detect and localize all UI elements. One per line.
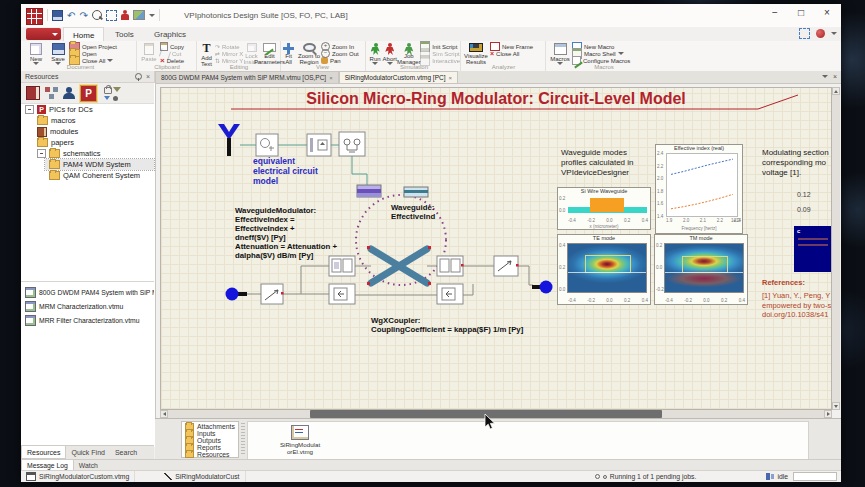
close-panel-icon[interactable]: × — [146, 73, 150, 80]
waveguide-modulator-block[interactable] — [357, 185, 381, 197]
legend-box[interactable]: c — [794, 226, 832, 272]
mirror-x-button[interactable]: ⇄Mirror X — [215, 50, 244, 57]
tm-mode-plot[interactable]: TM mode 0.20.0-0.2 -0.4-0.20.00.20.4 — [654, 234, 748, 305]
redo-icon[interactable]: ↷ — [79, 10, 87, 21]
si-wire-waveguide-plot[interactable]: Si Wire Waveguide 0.20.0 -0.4-0.20.00.20… — [557, 187, 651, 230]
filter-icon[interactable] — [113, 87, 121, 92]
tree-item-modules[interactable]: modules — [33, 126, 154, 137]
save-icon[interactable] — [52, 10, 63, 21]
tree-item-papers[interactable]: papers — [33, 137, 154, 148]
references-heading[interactable]: References: — [762, 278, 805, 288]
user-resources-icon[interactable] — [63, 87, 75, 99]
coupler-note[interactable]: WgXCoupler: CouplingCoefficient = kappa(… — [371, 316, 523, 334]
x-coupler[interactable] — [367, 246, 431, 285]
tab-quick-find[interactable]: Quick Find — [66, 446, 109, 459]
edit-parameters-button[interactable]: Edit Parameters — [259, 42, 280, 65]
value-1[interactable]: 0.12 — [797, 191, 811, 198]
folder-item-resources[interactable]: Resources — [182, 451, 238, 458]
waveguide-note[interactable]: Waveguide: EffectiveInd — [391, 203, 435, 221]
waveguide-block[interactable] — [404, 187, 428, 197]
zoom-out-button[interactable]: −Zoom Out — [321, 50, 359, 57]
abort-icon[interactable] — [121, 10, 129, 20]
qat-dropdown-icon[interactable] — [149, 14, 155, 17]
doc-tab-siring[interactable]: SiRingModulatorCustom.vtmg [PC]× — [339, 71, 458, 83]
schematic-canvas[interactable]: Silicon Micro-Ring Modulator: Circuit-Le… — [160, 87, 832, 410]
close-all-frames-button[interactable]: ×Close All — [490, 50, 533, 57]
restore-button[interactable]: □ — [793, 7, 809, 18]
visualize-results-button[interactable]: Visualize Results — [462, 42, 490, 65]
tab-list-dropdown-icon[interactable] — [822, 75, 828, 78]
mirror-y-button[interactable]: ⇅Mirror Y — [215, 57, 244, 64]
user-small-icon[interactable] — [113, 96, 118, 101]
modules-browser-icon[interactable] — [45, 87, 58, 99]
tab-home[interactable]: Home — [63, 27, 104, 42]
close-document-icon[interactable]: × — [833, 73, 837, 80]
undo-icon[interactable]: ↶ — [67, 10, 75, 21]
help-icon[interactable] — [816, 29, 825, 38]
fit-all-button[interactable]: Fit All — [280, 42, 297, 65]
optical-input-port[interactable] — [226, 288, 248, 301]
zoom-icon[interactable] — [92, 10, 102, 20]
value-2[interactable]: 0.09 — [797, 206, 811, 213]
te-mode-plot[interactable]: TE mode 0.40.20.0 -0.4-0.20.00.20.4 — [557, 234, 651, 305]
library-icon[interactable] — [26, 86, 40, 100]
sort-icon[interactable] — [104, 96, 110, 100]
tree-item-schematics[interactable]: schematics — [33, 148, 154, 159]
attachment-file[interactable]: SiRingModulat orEl.vtmg — [278, 425, 322, 455]
lock-icon[interactable] — [104, 87, 112, 94]
pin-icon[interactable] — [135, 73, 142, 80]
file-menu-button[interactable] — [26, 28, 61, 40]
rotate-button[interactable]: ↷Rotate — [215, 43, 244, 50]
add-text-button[interactable]: TAdd Text — [198, 42, 215, 65]
pics-resource-button[interactable]: P — [80, 85, 97, 102]
cut-button[interactable]: Cut — [160, 50, 184, 57]
lock-inside-button[interactable]: Lock Inside — [244, 42, 259, 65]
tree-item-qam-coherent-system[interactable]: QAM Coherent System — [45, 170, 154, 181]
collapse-ribbon-icon[interactable] — [799, 28, 810, 39]
tab-resources[interactable]: Resources — [21, 446, 66, 459]
tree-item-root[interactable]: PPICs for DCs — [21, 104, 154, 115]
minimize-button[interactable]: − — [767, 7, 783, 18]
tree-item-pam4-wdm-system[interactable]: PAM4 WDM System — [45, 159, 154, 170]
fit-view-icon[interactable] — [106, 10, 117, 21]
expander-icon[interactable] — [25, 105, 34, 114]
new-button[interactable]: New — [25, 42, 47, 65]
effective-index-plot[interactable]: Effective index (real) 2.42.22.01.81.61.… — [655, 144, 743, 234]
close-button[interactable]: × — [819, 7, 835, 18]
optical-output-port[interactable] — [532, 281, 553, 294]
interactive-button[interactable]: Interactive — [420, 57, 460, 64]
job-manager-button[interactable]: Job Manager — [397, 42, 420, 65]
tab-graphics[interactable]: Graphics — [145, 27, 195, 41]
modes-note[interactable]: Waveguide modes profiles calculated in V… — [561, 148, 633, 178]
run-button[interactable]: Run — [368, 42, 382, 65]
tab-tools[interactable]: Tools — [106, 27, 143, 41]
app-icon[interactable] — [26, 8, 43, 25]
macros-button[interactable]: Macros — [548, 42, 572, 65]
equivalent-circuit-note[interactable]: equivalent electrical circuit model — [253, 156, 318, 186]
image-icon[interactable] — [133, 10, 145, 20]
doc-tab-800g[interactable]: 800G DWDM PAM4 System with SiP MRM.vtmu … — [155, 71, 339, 83]
save-button[interactable]: Save — [47, 42, 69, 65]
splitter-grip[interactable] — [241, 423, 245, 456]
file-item[interactable]: 800G DWDM PAM4 System with SiP MRM.vtmu — [21, 285, 154, 299]
modulating-note[interactable]: Modulating section corresponding mo volt… — [762, 148, 832, 178]
new-frame-button[interactable]: New Frame — [490, 43, 533, 50]
close-tab-icon[interactable]: × — [449, 75, 453, 81]
waveguide-modulator-note[interactable]: WaveguideModulator: EffectiveIndex = Eff… — [235, 206, 345, 260]
electrical-circuit-blocks[interactable] — [256, 132, 365, 156]
tree-item-macros[interactable]: macros — [33, 115, 154, 126]
vertical-scrollbar[interactable] — [832, 87, 840, 410]
horizontal-scrollbar[interactable] — [160, 410, 832, 418]
file-item[interactable]: MRM Characterization.vtmu — [21, 299, 154, 313]
pan-button[interactable]: Pan — [321, 57, 359, 64]
status-jobs[interactable]: Running 1 of 1 pending jobs. — [590, 471, 702, 482]
close-tab-icon[interactable]: × — [329, 75, 333, 81]
close-all-button[interactable]: Close All — [69, 57, 117, 64]
dropdown-icon[interactable] — [831, 32, 837, 35]
tab-search[interactable]: Search — [110, 446, 142, 459]
zoom-to-region-button[interactable]: Zoom to Region — [297, 42, 321, 65]
expander-icon[interactable] — [37, 149, 46, 158]
abort-button[interactable]: Abort — [382, 42, 397, 65]
antenna-symbol[interactable] — [218, 124, 240, 156]
reference-text[interactable]: [1] Yuan, Y., Peng, Y empowered by two-s… — [762, 291, 832, 320]
